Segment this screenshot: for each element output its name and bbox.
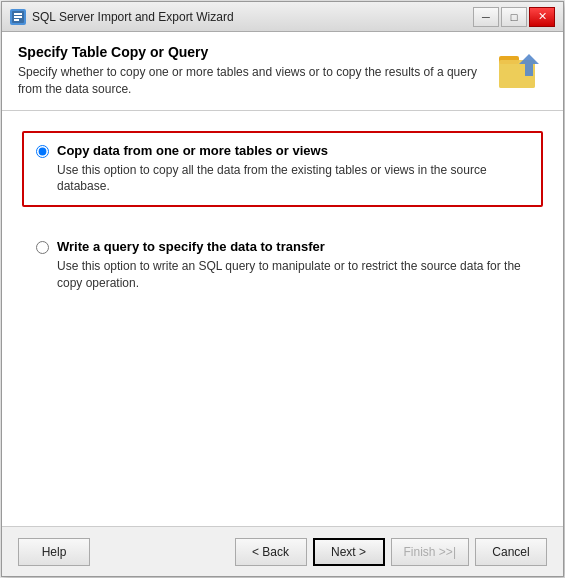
next-button[interactable]: Next > [313, 538, 385, 566]
header-subtitle: Specify whether to copy one or more tabl… [18, 64, 495, 98]
close-button[interactable]: ✕ [529, 7, 555, 27]
title-bar-buttons: ─ □ ✕ [473, 7, 555, 27]
restore-button[interactable]: □ [501, 7, 527, 27]
svg-rect-2 [14, 16, 22, 18]
content-area: Copy data from one or more tables or vie… [2, 111, 563, 526]
copy-tables-text: Copy data from one or more tables or vie… [57, 143, 529, 196]
write-query-row: Write a query to specify the data to tra… [36, 239, 529, 292]
copy-tables-option[interactable]: Copy data from one or more tables or vie… [22, 131, 543, 208]
copy-tables-radio[interactable] [36, 145, 49, 158]
svg-rect-1 [14, 13, 22, 15]
copy-tables-desc: Use this option to copy all the data fro… [57, 162, 529, 196]
help-button[interactable]: Help [18, 538, 90, 566]
header-section: Specify Table Copy or Query Specify whet… [2, 32, 563, 111]
title-bar: SQL Server Import and Export Wizard ─ □ … [2, 2, 563, 32]
app-icon [10, 9, 26, 25]
window-title: SQL Server Import and Export Wizard [32, 10, 234, 24]
write-query-option[interactable]: Write a query to specify the data to tra… [22, 227, 543, 304]
svg-rect-3 [14, 19, 19, 21]
copy-tables-label: Copy data from one or more tables or vie… [57, 143, 529, 158]
header-text: Specify Table Copy or Query Specify whet… [18, 44, 495, 98]
write-query-desc: Use this option to write an SQL query to… [57, 258, 529, 292]
wizard-icon [495, 44, 547, 96]
footer-right: < Back Next > Finish >>| Cancel [235, 538, 547, 566]
back-button[interactable]: < Back [235, 538, 307, 566]
write-query-radio[interactable] [36, 241, 49, 254]
footer-left: Help [18, 538, 90, 566]
main-window: SQL Server Import and Export Wizard ─ □ … [1, 1, 564, 577]
write-query-label: Write a query to specify the data to tra… [57, 239, 529, 254]
footer: Help < Back Next > Finish >>| Cancel [2, 526, 563, 576]
minimize-button[interactable]: ─ [473, 7, 499, 27]
write-query-text: Write a query to specify the data to tra… [57, 239, 529, 292]
cancel-button[interactable]: Cancel [475, 538, 547, 566]
title-bar-left: SQL Server Import and Export Wizard [10, 9, 234, 25]
header-title: Specify Table Copy or Query [18, 44, 495, 60]
copy-tables-row: Copy data from one or more tables or vie… [36, 143, 529, 196]
finish-button[interactable]: Finish >>| [391, 538, 469, 566]
